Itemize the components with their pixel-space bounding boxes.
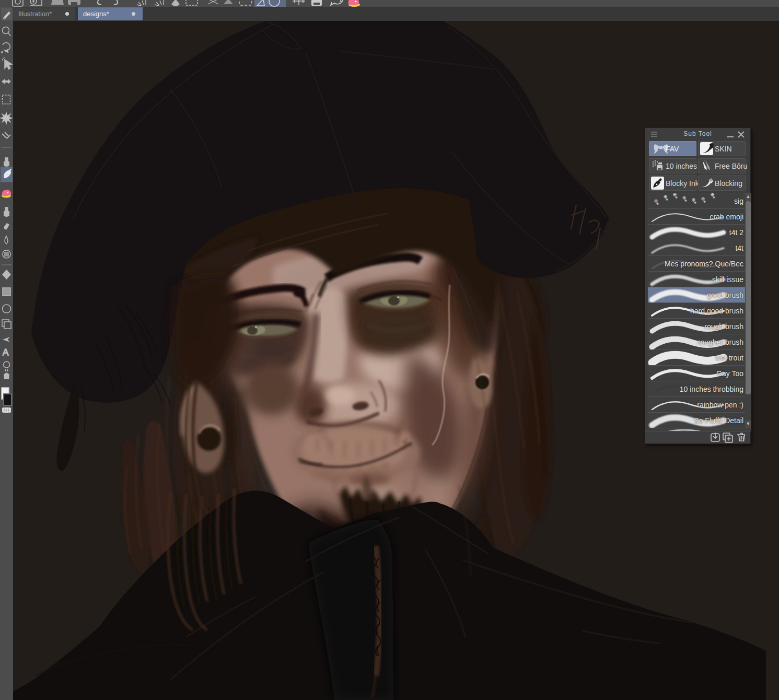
svg-text:❋: ❋ <box>694 201 696 204</box>
svg-text:❋: ❋ <box>675 196 678 199</box>
svg-text:❋: ❋ <box>713 196 715 199</box>
svg-text:❋: ❋ <box>656 202 659 205</box>
svg-text:A: A <box>3 347 9 357</box>
svg-text:❋: ❋ <box>684 199 687 202</box>
svg-text:❋: ❋ <box>703 200 706 203</box>
svg-text:❋: ❋ <box>666 198 668 201</box>
